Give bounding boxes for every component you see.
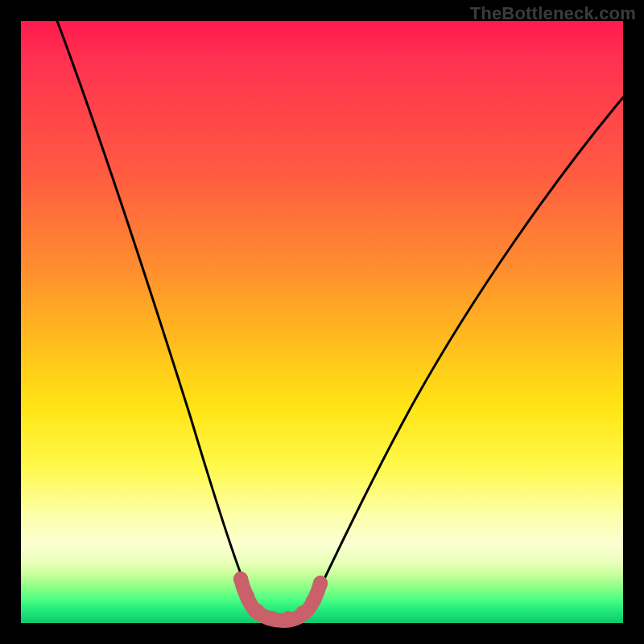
watermark-text: TheBottleneck.com xyxy=(470,3,636,24)
svg-point-3 xyxy=(265,611,279,625)
svg-point-7 xyxy=(313,577,328,592)
svg-point-1 xyxy=(240,588,254,603)
svg-point-6 xyxy=(306,593,320,608)
plot-area xyxy=(21,21,623,623)
svg-point-4 xyxy=(281,611,295,625)
svg-point-5 xyxy=(295,605,310,620)
svg-point-0 xyxy=(233,572,248,586)
svg-point-2 xyxy=(250,604,265,618)
bottleneck-curve xyxy=(57,21,623,619)
outer-frame: TheBottleneck.com xyxy=(0,0,644,644)
chart-svg xyxy=(21,21,623,623)
